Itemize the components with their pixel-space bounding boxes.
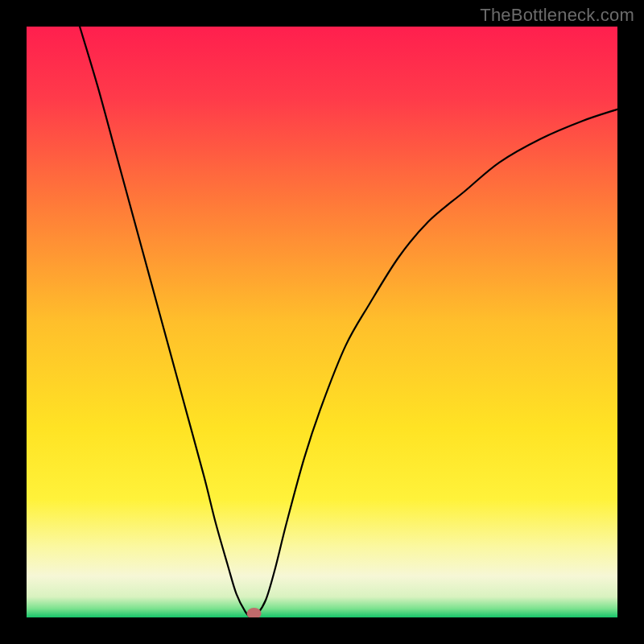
chart-frame: TheBottleneck.com	[0, 0, 644, 644]
gradient-background	[27, 27, 617, 617]
plot-area	[27, 27, 617, 617]
chart-svg	[27, 27, 617, 617]
watermark-text: TheBottleneck.com	[480, 5, 634, 26]
